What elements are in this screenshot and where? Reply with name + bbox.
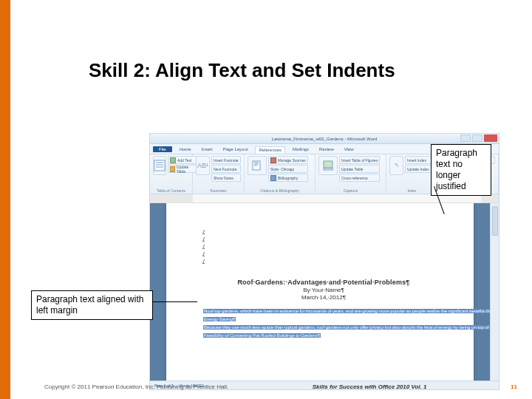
group-label-index: Index xyxy=(386,188,437,193)
update-index-label: Update Index xyxy=(407,167,429,171)
group-footnotes: AB¹ Insert Footnote Next Footnote Show N… xyxy=(193,154,245,194)
callout-left-leader xyxy=(153,301,197,302)
slide: Skill 2: Align Text and Set Indents Last… xyxy=(0,0,532,399)
doc-title: Roof·Gardens:·Advantages·and·Potential·P… xyxy=(203,279,444,286)
insert-endnote-button[interactable]: Insert Footnote xyxy=(211,156,241,164)
tab-page-layout[interactable]: Page Layout xyxy=(220,146,251,152)
next-footnote-button[interactable]: Next Footnote xyxy=(211,165,241,173)
group-label-toc: Table of Contents xyxy=(150,188,192,193)
tab-references[interactable]: References xyxy=(255,146,285,154)
document-area: Roof·Gardens:·Advantages·and·Potential·P… xyxy=(150,203,499,381)
page-content[interactable]: Roof·Gardens:·Advantages·and·Potential·P… xyxy=(166,203,474,355)
mark-entry-icon: ✎ xyxy=(395,163,399,168)
update-index-button[interactable]: Update Index xyxy=(405,165,434,173)
tab-insert[interactable]: Insert xyxy=(199,146,216,152)
titlebar-text: Lastname_Firstname_w02_Gardens - Microso… xyxy=(272,137,378,141)
svg-rect-0 xyxy=(154,160,165,171)
insert-footnote-button[interactable]: AB¹ xyxy=(196,156,210,175)
mark-entry-button[interactable]: ✎ xyxy=(389,156,403,175)
para-3a: Because·they·use·much·less·space·than·ty… xyxy=(203,325,499,330)
callout-left: Paragraph text aligned with left margin xyxy=(31,290,153,320)
svg-rect-5 xyxy=(324,161,332,168)
group-label-citations: Citations & Bibliography xyxy=(245,188,315,193)
insert-index-label: Insert Index xyxy=(407,158,426,163)
insert-endnote-label: Insert Footnote xyxy=(214,158,239,163)
slide-title: Skill 2: Align Text and Set Indents xyxy=(89,59,395,82)
group-toc: Add Text Update Table Table of Contents xyxy=(150,154,193,194)
show-notes-button[interactable]: Show Notes xyxy=(211,174,241,182)
tab-home[interactable]: Home xyxy=(177,146,194,152)
insert-caption-button[interactable] xyxy=(318,156,338,175)
accent-bar xyxy=(0,0,10,399)
style-dropdown[interactable]: Style: Chicago xyxy=(268,165,308,173)
callout-right: Paragraph text no longer justified xyxy=(431,144,491,196)
para-4: Feasibility·of·Converting·Flat·Roofed·Bu… xyxy=(203,333,321,338)
insert-index-button[interactable]: Insert Index xyxy=(405,156,434,164)
footer-series: Skills for Success with Office 2010 Vol.… xyxy=(313,383,427,390)
doc-byline: By·Your·Name¶ xyxy=(203,287,444,293)
cross-reference-button[interactable]: Cross-reference xyxy=(339,174,380,182)
update-caption-label: Update Table xyxy=(341,167,363,171)
group-captions: Insert Table of Figures Update Table Cro… xyxy=(316,154,386,194)
bibliography-button[interactable]: Bibliography xyxy=(268,174,308,182)
group-label-captions: Captions xyxy=(316,188,386,193)
style-label: Style: Chicago xyxy=(270,167,294,171)
xref-label: Cross-reference xyxy=(341,176,368,180)
close-button[interactable] xyxy=(484,134,497,142)
scrollbar-vertical[interactable] xyxy=(490,203,499,381)
scrollbar-thumb[interactable] xyxy=(492,206,498,236)
manage-sources-button[interactable]: Manage Sources xyxy=(268,156,308,164)
paragraph-marks xyxy=(203,230,206,270)
insert-citation-button[interactable] xyxy=(248,156,267,175)
page-number: 11 xyxy=(511,383,517,390)
citation-icon xyxy=(251,160,263,171)
footnote-icon: AB¹ xyxy=(197,162,208,169)
toc-button[interactable] xyxy=(153,156,166,175)
tof-label: Insert Table of Figures xyxy=(341,158,378,163)
para-2: Energy·Saving¶ xyxy=(203,317,236,321)
group-label-footnotes: Footnotes xyxy=(193,188,244,193)
show-notes-label: Show Notes xyxy=(214,176,233,180)
page: Roof·Gardens:·Advantages·and·Potential·P… xyxy=(166,203,474,381)
bibliography-label: Bibliography xyxy=(278,176,299,180)
caption-icon xyxy=(322,160,334,171)
tab-file[interactable]: File xyxy=(153,146,172,152)
refresh-icon xyxy=(170,166,175,172)
update-caption-table-button[interactable]: Update Table xyxy=(339,165,380,173)
plus-icon xyxy=(170,157,176,163)
ruler-left-margin xyxy=(150,194,193,202)
tab-view[interactable]: View xyxy=(341,146,357,152)
insert-tof-button[interactable]: Insert Table of Figures xyxy=(339,156,380,164)
tab-review[interactable]: Review xyxy=(316,146,337,152)
svg-rect-6 xyxy=(324,168,332,170)
maximize-button[interactable] xyxy=(472,134,482,142)
add-text-label: Add Text xyxy=(177,158,191,163)
minimize-button[interactable] xyxy=(460,134,471,142)
titlebar: Lastname_Firstname_w02_Gardens - Microso… xyxy=(150,134,499,144)
footer-copyright: Copyright © 2011 Pearson Education, Inc.… xyxy=(44,383,228,390)
group-citations: Manage Sources Style: Chicago Bibliograp… xyxy=(245,154,316,194)
next-footnote-label: Next Footnote xyxy=(214,167,236,171)
selected-text: Roof·top·gardens,·which·have·been·in·exi… xyxy=(203,308,444,339)
toc-icon xyxy=(154,160,166,171)
tab-mailings[interactable]: Mailings xyxy=(290,146,312,152)
footer: Copyright © 2011 Pearson Education, Inc.… xyxy=(44,383,517,390)
book-icon xyxy=(270,175,276,181)
doc-date: March·14,·2012¶ xyxy=(203,294,444,301)
sources-icon xyxy=(270,157,276,163)
para-1: Roof·top·gardens,·which·have·been·in·exi… xyxy=(203,309,499,313)
manage-sources-label: Manage Sources xyxy=(278,158,306,163)
